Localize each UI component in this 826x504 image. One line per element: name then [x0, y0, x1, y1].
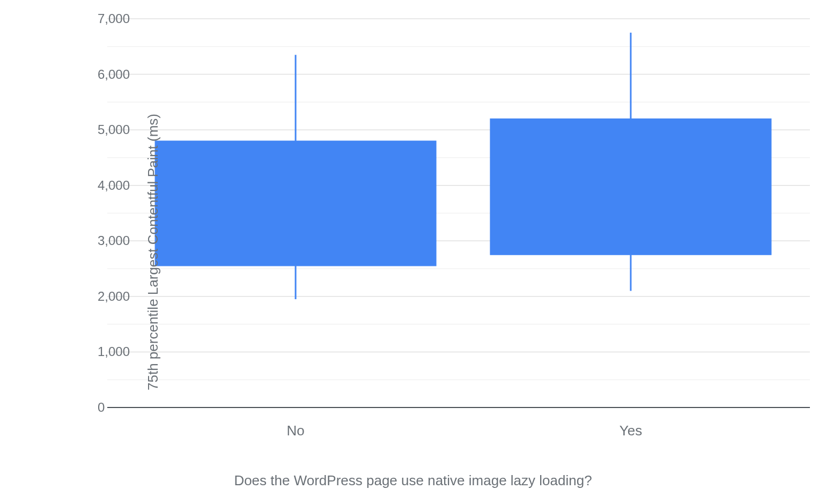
chart-container: 75th percentile Largest Contentful Paint… — [0, 0, 826, 504]
x-tick-label: Yes — [620, 423, 642, 439]
y-axis-label: 75th percentile Largest Contentful Paint… — [145, 114, 161, 390]
box — [490, 118, 771, 255]
x-axis-label: Does the WordPress page use native image… — [234, 472, 592, 489]
x-tick-label: No — [286, 423, 304, 439]
box — [155, 141, 436, 266]
